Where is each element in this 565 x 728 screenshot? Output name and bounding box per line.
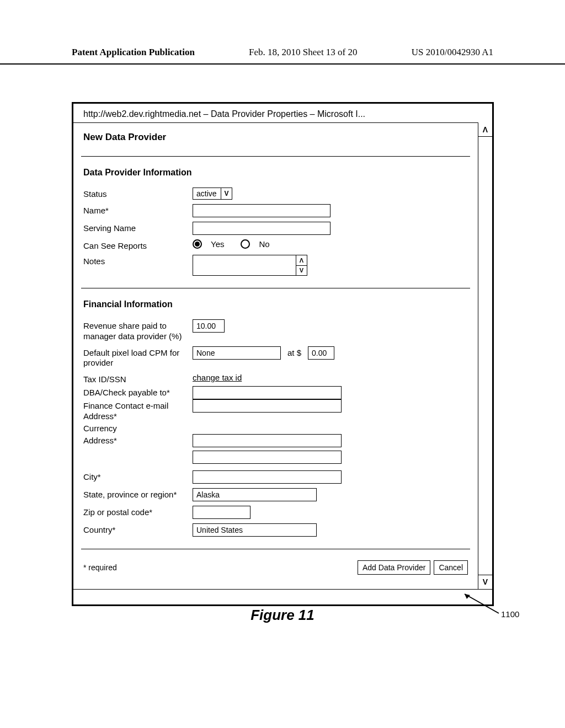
row-country: Country*: [81, 521, 470, 539]
address-label: Address*: [83, 434, 188, 445]
figure-caption: Figure 11: [0, 607, 565, 624]
row-dba: DBA/Check payable to*: [81, 386, 470, 399]
revshare-label: Revenue share paid to manager data provi…: [83, 319, 188, 342]
revshare-input[interactable]: [193, 319, 225, 333]
row-status: Status active V: [81, 185, 470, 202]
scroll-up-icon: Λ: [478, 122, 492, 137]
browser-window: http://web2.dev.rightmedia.net – Data Pr…: [72, 102, 494, 606]
zip-label: Zip or postal code*: [83, 506, 188, 517]
dba-label: DBA/Check payable to*: [83, 386, 188, 397]
finance-email-label: Finance Contact e-mail Address*: [83, 399, 188, 422]
notes-label: Notes: [83, 255, 188, 266]
header-right: US 2010/0042930 A1: [412, 47, 493, 58]
state-label: State, province or region*: [83, 488, 188, 499]
header-center: Feb. 18, 2010 Sheet 13 of 20: [249, 47, 357, 58]
scroll-down-icon: V: [296, 266, 307, 276]
row-notes: Notes Λ V: [81, 253, 470, 278]
form-footer: * required Add Data Provider Cancel: [81, 549, 470, 579]
serving-name-label: Serving Name: [83, 222, 188, 233]
statusbar: [73, 589, 492, 604]
reports-label: Can See Reports: [83, 239, 188, 250]
header-left: Patent Application Publication: [72, 47, 195, 58]
window-scrollbar[interactable]: Λ V: [478, 122, 492, 589]
taxid-label: Tax ID/SSN: [83, 373, 188, 384]
patent-header: Patent Application Publication Feb. 18, …: [0, 47, 565, 65]
row-state: State, province or region*: [81, 486, 470, 504]
scroll-up-icon: Λ: [296, 255, 307, 266]
name-label: Name*: [83, 204, 188, 215]
country-label: Country*: [83, 523, 188, 534]
chevron-down-icon: V: [221, 188, 232, 199]
row-can-see-reports: Can See Reports Yes No: [81, 237, 470, 253]
row-zip: Zip or postal code*: [81, 504, 470, 521]
row-name: Name*: [81, 202, 470, 220]
reports-no-radio[interactable]: [241, 239, 250, 249]
dba-input[interactable]: [193, 386, 342, 399]
notes-textarea[interactable]: Λ V: [193, 255, 307, 276]
currency-label: Currency: [83, 422, 188, 433]
row-currency: Currency: [81, 422, 470, 434]
address1-input[interactable]: [193, 434, 342, 447]
cpm-at-label: at $: [287, 348, 301, 357]
change-tax-id-link[interactable]: change tax id: [193, 373, 242, 382]
status-select[interactable]: active V: [193, 188, 232, 200]
reports-yes-radio[interactable]: [193, 239, 202, 249]
city-input[interactable]: [193, 470, 342, 484]
required-note: * required: [83, 563, 117, 572]
row-cpm: Default pixel load CPM for provider at $: [81, 344, 470, 371]
reports-yes-label: Yes: [211, 239, 224, 249]
section-provider-info-heading: Data Provider Information: [81, 157, 470, 185]
cpm-amount-input[interactable]: [308, 346, 334, 360]
row-revshare: Revenue share paid to manager data provi…: [81, 317, 470, 344]
panel-title: New Data Provider: [81, 123, 470, 146]
form-body: New Data Provider Data Provider Informat…: [73, 122, 478, 589]
add-data-provider-button[interactable]: Add Data Provider: [358, 560, 430, 575]
row-address: Address*: [81, 434, 470, 466]
row-serving-name: Serving Name: [81, 220, 470, 237]
scroll-track[interactable]: [478, 137, 492, 575]
serving-name-input[interactable]: [193, 222, 331, 235]
scroll-down-icon: V: [478, 575, 492, 589]
reports-no-label: No: [259, 239, 269, 249]
zip-input[interactable]: [193, 506, 250, 519]
row-city: City*: [81, 466, 470, 486]
textarea-scrollbar[interactable]: Λ V: [296, 255, 307, 275]
window-titlebar: http://web2.dev.rightmedia.net – Data Pr…: [73, 104, 492, 122]
city-label: City*: [83, 470, 188, 481]
name-input[interactable]: [193, 204, 331, 217]
country-input[interactable]: [193, 523, 317, 537]
row-finance-email: Finance Contact e-mail Address*: [81, 399, 470, 422]
row-taxid: Tax ID/SSN change tax id: [81, 371, 470, 386]
status-label: Status: [83, 188, 188, 199]
address2-input[interactable]: [193, 451, 342, 464]
cpm-label: Default pixel load CPM for provider: [83, 346, 188, 369]
cpm-type-input[interactable]: [193, 346, 281, 360]
cancel-button[interactable]: Cancel: [434, 560, 468, 575]
finance-email-input[interactable]: [193, 399, 342, 413]
state-input[interactable]: [193, 488, 317, 501]
section-financial-heading: Financial Information: [81, 288, 470, 317]
